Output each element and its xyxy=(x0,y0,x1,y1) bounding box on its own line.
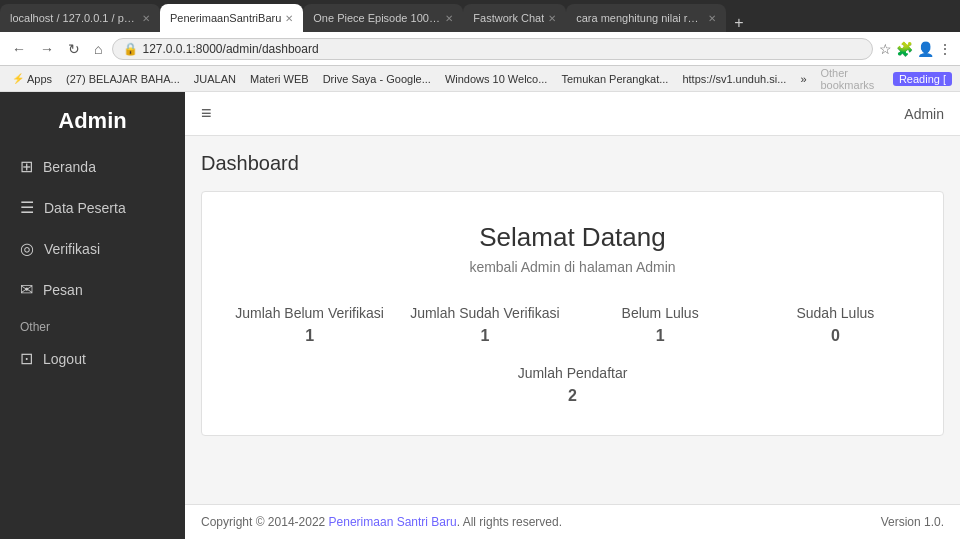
sidebar-item-beranda[interactable]: ⊞ Beranda xyxy=(0,146,185,187)
tab-1-label: localhost / 127.0.0.1 / pen... xyxy=(10,12,138,24)
bookmark-drive[interactable]: Drive Saya - Google... xyxy=(319,72,435,86)
welcome-title: Selamat Datang xyxy=(222,222,923,253)
sidebar-item-logout[interactable]: ⊡ Logout xyxy=(0,338,185,379)
url-text: 127.0.0.1:8000/admin/dashboard xyxy=(142,42,318,56)
extensions-icon[interactable]: 🧩 xyxy=(896,41,913,57)
bookmark-star-icon[interactable]: ☆ xyxy=(879,41,892,57)
sidebar-item-beranda-label: Beranda xyxy=(43,159,96,175)
stats-row-center: Jumlah Pendaftar 2 xyxy=(222,365,923,405)
stat-jumlah-pendaftar-label: Jumlah Pendaftar xyxy=(518,365,628,381)
bookmark-belajar[interactable]: (27) BELAJAR BAHA... xyxy=(62,72,184,86)
footer-suffix: . All rights reserved. xyxy=(457,515,562,529)
stat-belum-verifikasi-value: 1 xyxy=(222,327,397,345)
reload-button[interactable]: ↻ xyxy=(64,39,84,59)
content-area: Dashboard Selamat Datang kembali Admin d… xyxy=(185,136,960,504)
footer-copyright-text: Copyright © 2014-2022 xyxy=(201,515,329,529)
bookmark-windows-label: Windows 10 Welco... xyxy=(445,73,548,85)
top-bar: ≡ Admin xyxy=(185,92,960,136)
bookmark-windows[interactable]: Windows 10 Welco... xyxy=(441,72,552,86)
page-footer: Copyright © 2014-2022 Penerimaan Santri … xyxy=(185,504,960,539)
tab-2-label: PenerimaanSantriBaru xyxy=(170,12,281,24)
stat-sudah-verifikasi-value: 1 xyxy=(397,327,572,345)
bookmark-other-label: Other bookmarks xyxy=(821,67,875,91)
bookmark-belajar-label: (27) BELAJAR BAHA... xyxy=(66,73,180,85)
bookmark-temukan[interactable]: Temukan Perangkat... xyxy=(557,72,672,86)
main-content: ≡ Admin Dashboard Selamat Datang kembali… xyxy=(185,92,960,539)
tab-3[interactable]: One Piece Episode 1005 Su... ✕ xyxy=(303,4,463,32)
address-bar: ← → ↻ ⌂ 🔒 127.0.0.1:8000/admin/dashboard… xyxy=(0,32,960,66)
tab-5-close[interactable]: ✕ xyxy=(708,13,716,24)
tab-1[interactable]: localhost / 127.0.0.1 / pen... ✕ xyxy=(0,4,160,32)
home-button[interactable]: ⌂ xyxy=(90,39,106,59)
footer-version: Version 1.0. xyxy=(881,515,944,529)
page-wrapper: Admin ⊞ Beranda ☰ Data Peserta ◎ Verifik… xyxy=(0,92,960,539)
tab-4[interactable]: Fastwork Chat ✕ xyxy=(463,4,566,32)
welcome-subtitle: kembali Admin di halaman Admin xyxy=(222,259,923,275)
tab-2[interactable]: PenerimaanSantriBaru ✕ xyxy=(160,4,303,32)
footer-copyright: Copyright © 2014-2022 Penerimaan Santri … xyxy=(201,515,562,529)
sidebar-item-pesan[interactable]: ✉ Pesan xyxy=(0,269,185,310)
stat-jumlah-pendaftar: Jumlah Pendaftar 2 xyxy=(518,365,628,405)
sidebar-nav: ⊞ Beranda ☰ Data Peserta ◎ Verifikasi ✉ … xyxy=(0,146,185,379)
data-icon: ☰ xyxy=(20,198,34,217)
stat-belum-verifikasi-label: Jumlah Belum Verifikasi xyxy=(222,305,397,321)
home-icon: ⊞ xyxy=(20,157,33,176)
stat-sudah-verifikasi: Jumlah Sudah Verifikasi 1 xyxy=(397,305,572,345)
tab-3-label: One Piece Episode 1005 Su... xyxy=(313,12,441,24)
tab-5[interactable]: cara menghitung nilai rata-r... ✕ xyxy=(566,4,726,32)
sidebar-item-data-peserta[interactable]: ☰ Data Peserta xyxy=(0,187,185,228)
lock-icon: 🔒 xyxy=(123,42,138,56)
sidebar-title: Admin xyxy=(0,92,185,146)
profile-icon[interactable]: 👤 xyxy=(917,41,934,57)
apps-icon: ⚡ xyxy=(12,73,24,84)
tab-bar: localhost / 127.0.0.1 / pen... ✕ Penerim… xyxy=(0,0,960,32)
bookmark-other[interactable]: Other bookmarks xyxy=(817,66,887,92)
bookmark-jualan-label: JUALAN xyxy=(194,73,236,85)
menu-icon[interactable]: ⋮ xyxy=(938,41,952,57)
bookmark-apps[interactable]: ⚡ Apps xyxy=(8,72,56,86)
bookmark-materi[interactable]: Materi WEB xyxy=(246,72,313,86)
stats-row: Jumlah Belum Verifikasi 1 Jumlah Sudah V… xyxy=(222,305,923,345)
tab-3-close[interactable]: ✕ xyxy=(445,13,453,24)
tab-4-label: Fastwork Chat xyxy=(473,12,544,24)
bookmarks-bar: ⚡ Apps (27) BELAJAR BAHA... JUALAN Mater… xyxy=(0,66,960,92)
sidebar: Admin ⊞ Beranda ☰ Data Peserta ◎ Verifik… xyxy=(0,92,185,539)
bookmark-jualan[interactable]: JUALAN xyxy=(190,72,240,86)
forward-button[interactable]: → xyxy=(36,39,58,59)
bookmark-reading-label: Reading [ xyxy=(899,73,946,85)
sidebar-item-verifikasi[interactable]: ◎ Verifikasi xyxy=(0,228,185,269)
url-field[interactable]: 🔒 127.0.0.1:8000/admin/dashboard xyxy=(112,38,873,60)
verify-icon: ◎ xyxy=(20,239,34,258)
stat-sudah-lulus-value: 0 xyxy=(748,327,923,345)
stat-belum-lulus-value: 1 xyxy=(573,327,748,345)
mail-icon: ✉ xyxy=(20,280,33,299)
back-button[interactable]: ← xyxy=(8,39,30,59)
tab-1-close[interactable]: ✕ xyxy=(142,13,150,24)
stat-sudah-verifikasi-label: Jumlah Sudah Verifikasi xyxy=(397,305,572,321)
bookmark-apps-label: Apps xyxy=(27,73,52,85)
stat-belum-lulus-label: Belum Lulus xyxy=(573,305,748,321)
stat-sudah-lulus-label: Sudah Lulus xyxy=(748,305,923,321)
bookmark-more-label: » xyxy=(800,73,806,85)
tab-2-close[interactable]: ✕ xyxy=(285,13,293,24)
stat-jumlah-pendaftar-value: 2 xyxy=(518,387,628,405)
bookmark-drive-label: Drive Saya - Google... xyxy=(323,73,431,85)
sidebar-section-other: Other xyxy=(0,310,185,338)
tab-4-close[interactable]: ✕ xyxy=(548,13,556,24)
sidebar-item-verifikasi-label: Verifikasi xyxy=(44,241,100,257)
new-tab-button[interactable]: + xyxy=(726,14,751,32)
dashboard-card: Selamat Datang kembali Admin di halaman … xyxy=(201,191,944,436)
topbar-admin-label: Admin xyxy=(904,106,944,122)
bookmark-sv1[interactable]: https://sv1.unduh.si... xyxy=(678,72,790,86)
bookmark-more[interactable]: » xyxy=(796,72,810,86)
sidebar-item-logout-label: Logout xyxy=(43,351,86,367)
tab-5-label: cara menghitung nilai rata-r... xyxy=(576,12,704,24)
page-title: Dashboard xyxy=(201,152,944,175)
bookmark-sv1-label: https://sv1.unduh.si... xyxy=(682,73,786,85)
hamburger-button[interactable]: ≡ xyxy=(201,103,212,124)
browser-action-icons: ☆ 🧩 👤 ⋮ xyxy=(879,41,952,57)
sidebar-item-data-peserta-label: Data Peserta xyxy=(44,200,126,216)
footer-link[interactable]: Penerimaan Santri Baru xyxy=(329,515,457,529)
stat-belum-verifikasi: Jumlah Belum Verifikasi 1 xyxy=(222,305,397,345)
bookmark-reading[interactable]: Reading [ xyxy=(893,72,952,86)
